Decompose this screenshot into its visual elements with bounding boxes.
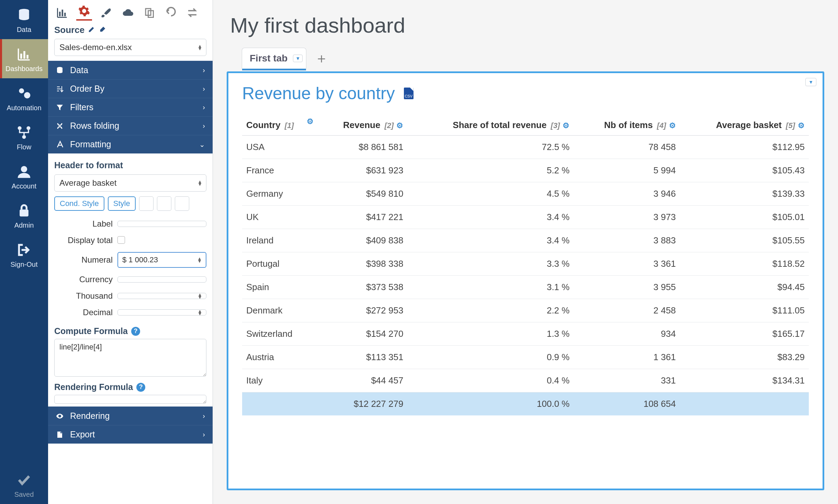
display-total-label: Display total: [54, 236, 113, 245]
cloud-icon[interactable]: [120, 5, 136, 21]
accordion-rows-folding[interactable]: Rows folding ›: [48, 116, 213, 135]
table-cell: 2 458: [574, 299, 680, 322]
table-cell: $113 351: [316, 346, 407, 369]
column-header[interactable]: Revenue [2]⚙: [316, 115, 407, 136]
add-tab-button[interactable]: ＋: [310, 49, 332, 68]
table-row[interactable]: France$631 9235.2 %5 994$105.43: [242, 159, 809, 182]
column-header[interactable]: Share of total revenue [3]⚙: [407, 115, 574, 136]
chevron-right-icon: ›: [203, 66, 205, 74]
table-row[interactable]: Germany$549 8104.5 %3 946$139.33: [242, 182, 809, 206]
nav-label: Account: [12, 183, 36, 190]
column-header[interactable]: Country [1]⚙: [242, 115, 316, 136]
gear-icon[interactable]: [76, 5, 92, 21]
pencil-icon[interactable]: [99, 25, 106, 35]
table-cell: 3.4 %: [407, 206, 574, 229]
table-row[interactable]: UK$417 2213.4 %3 973$105.01: [242, 206, 809, 229]
accordion-data[interactable]: Data ›: [48, 61, 213, 79]
table-cell: [680, 392, 809, 416]
accordion-filters[interactable]: Filters ›: [48, 98, 213, 116]
dashboard-title: My first dashboard: [230, 13, 824, 37]
thousand-select[interactable]: ▴▾: [117, 293, 206, 299]
gear-icon[interactable]: ⚙: [307, 117, 314, 126]
accordion-orderby[interactable]: Order By ›: [48, 79, 213, 98]
numeral-select[interactable]: $ 1 000.23 ▴▾: [117, 252, 206, 268]
nav-item-flow[interactable]: Flow: [0, 117, 48, 157]
chart-tab-icon[interactable]: [54, 5, 70, 21]
table-cell: $118.52: [680, 252, 809, 276]
cond-style-button[interactable]: Cond. Style: [54, 196, 104, 211]
table-cell: $165.17: [680, 322, 809, 346]
swap-icon[interactable]: [185, 5, 200, 21]
table-cell: 3.3 %: [407, 252, 574, 276]
svg-rect-13: [64, 13, 66, 16]
chevron-right-icon: ›: [203, 431, 205, 438]
table-row[interactable]: USA$8 861 58172.5 %78 458$112.95: [242, 136, 809, 159]
accordion-formatting[interactable]: Formatting ⌄: [48, 135, 213, 153]
align-right-button[interactable]: [175, 196, 189, 211]
accordion-rendering[interactable]: Rendering ›: [48, 406, 213, 425]
table-cell: 4.5 %: [407, 182, 574, 206]
table-row[interactable]: Switzerland$154 2701.3 %934$165.17: [242, 322, 809, 346]
table-cell: $139.33: [680, 182, 809, 206]
table-row[interactable]: Austria$113 3510.9 %1 361$83.29: [242, 346, 809, 369]
currency-label: Currency: [54, 275, 113, 284]
nav-label: Dashboards: [5, 65, 43, 72]
copy-icon[interactable]: [142, 5, 157, 21]
gear-icon[interactable]: ⚙: [396, 121, 403, 130]
table-row[interactable]: Ireland$409 8383.4 %3 883$105.55: [242, 229, 809, 252]
gear-icon[interactable]: ⚙: [563, 121, 569, 130]
column-header[interactable]: Average basket [5]⚙: [680, 115, 809, 136]
nav-item-signout[interactable]: Sign-Out: [0, 235, 48, 274]
numeral-label: Numeral: [54, 255, 113, 265]
column-header[interactable]: Nb of items [4]⚙: [574, 115, 680, 136]
nav-item-data[interactable]: Data: [0, 0, 48, 39]
gear-icon[interactable]: ⚙: [798, 121, 805, 130]
table-cell: 3 946: [574, 182, 680, 206]
help-icon[interactable]: ?: [136, 383, 145, 392]
table-cell: UK: [242, 206, 316, 229]
svg-point-9: [21, 166, 27, 172]
currency-input[interactable]: [117, 276, 206, 283]
help-icon[interactable]: ?: [131, 327, 140, 336]
nav-item-automation[interactable]: Automation: [0, 78, 48, 117]
source-select[interactable]: Sales-demo-en.xlsx ▴▾: [54, 39, 206, 56]
label-input[interactable]: [117, 221, 206, 227]
config-panel: Source Sales-demo-en.xlsx ▴▾ Data › Orde…: [48, 0, 213, 504]
nav-item-admin[interactable]: Admin: [0, 196, 48, 235]
nav-item-dashboards[interactable]: Dashboards: [0, 39, 48, 78]
align-left-button[interactable]: [139, 196, 154, 211]
svg-rect-12: [62, 10, 64, 16]
compute-formula-input[interactable]: line[2]/line[4]: [54, 339, 206, 377]
table-row[interactable]: Italy$44 4570.4 %331$134.31: [242, 369, 809, 392]
display-total-checkbox[interactable]: [117, 236, 125, 244]
undo-icon[interactable]: [163, 5, 179, 21]
table-row[interactable]: Portugal$398 3383.3 %3 361$118.52: [242, 252, 809, 276]
tab-first[interactable]: First tab ▼: [242, 48, 306, 69]
table-row[interactable]: Spain$373 5383.1 %3 955$94.45: [242, 276, 809, 299]
align-center-button[interactable]: [157, 196, 171, 211]
table-cell: 0.9 %: [407, 346, 574, 369]
nav-item-saved: Saved: [0, 465, 48, 504]
gear-icon[interactable]: ⚙: [669, 121, 676, 130]
gears-icon: [16, 86, 32, 101]
widget-menu-button[interactable]: ▼: [805, 78, 816, 86]
data-table: Country [1]⚙Revenue [2]⚙Share of total r…: [242, 115, 809, 415]
table-row[interactable]: Denmark$272 9532.2 %2 458$111.05: [242, 299, 809, 322]
table-cell: Austria: [242, 346, 316, 369]
table-cell: 1 361: [574, 346, 680, 369]
edit-icon[interactable]: [88, 25, 95, 35]
header-to-format-select[interactable]: Average basket ▴▾: [54, 174, 206, 192]
decimal-select[interactable]: ▴▾: [117, 309, 206, 316]
accordion-export[interactable]: Export ›: [48, 425, 213, 444]
svg-point-8: [22, 135, 26, 139]
csv-icon[interactable]: CSV: [404, 88, 414, 99]
rendering-formula-input[interactable]: [54, 395, 206, 404]
table-cell: Switzerland: [242, 322, 316, 346]
style-button[interactable]: Style: [108, 196, 136, 211]
table-cell: $105.43: [680, 159, 809, 182]
table-cell: $44 457: [316, 369, 407, 392]
brush-icon[interactable]: [98, 5, 114, 21]
nav-item-account[interactable]: Account: [0, 157, 48, 196]
tab-menu-button[interactable]: ▼: [293, 55, 303, 62]
flow-icon: [16, 125, 32, 140]
